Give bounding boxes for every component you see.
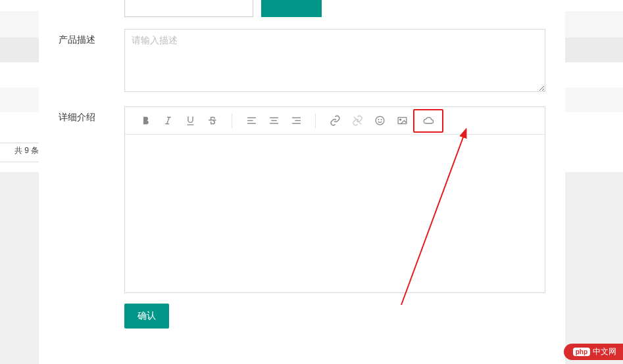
text-input[interactable]	[124, 0, 253, 17]
italic-icon[interactable]	[157, 110, 179, 131]
strikethrough-icon[interactable]	[201, 110, 224, 131]
underline-icon[interactable]	[179, 110, 201, 131]
bold-icon[interactable]	[134, 110, 157, 131]
watermark-prefix: php	[573, 348, 590, 356]
link-icon[interactable]	[324, 110, 346, 131]
align-left-icon[interactable]	[240, 110, 262, 131]
align-center-icon[interactable]	[262, 110, 285, 131]
cloud-icon[interactable]	[413, 109, 443, 133]
toolbar-separator	[315, 114, 316, 128]
upload-button[interactable]	[261, 0, 322, 17]
form-field-top	[124, 0, 545, 17]
detail-label: 详细介绍	[59, 106, 124, 124]
form-row-hidden-top	[59, 0, 545, 17]
watermark-badge: php 中文网	[564, 344, 623, 360]
toolbar-group-align	[235, 110, 312, 131]
modal-overlay: 产品描述 详细介绍	[0, 0, 623, 364]
image-icon[interactable]	[391, 110, 413, 131]
svg-point-11	[378, 120, 379, 120]
detail-field: 确认	[124, 106, 545, 329]
align-right-icon[interactable]	[285, 110, 307, 131]
toolbar-group-format	[129, 110, 229, 131]
watermark-text: 中文网	[593, 346, 616, 357]
smile-icon[interactable]	[368, 110, 391, 131]
form-row-description: 产品描述	[59, 29, 545, 95]
description-textarea[interactable]	[124, 29, 545, 92]
description-label: 产品描述	[59, 29, 124, 46]
toolbar-group-link	[318, 109, 449, 133]
confirm-button[interactable]: 确认	[124, 304, 169, 329]
record-count: 共 9 条	[14, 145, 39, 156]
form-row-detail: 详细介绍	[59, 106, 545, 329]
svg-point-10	[376, 116, 384, 125]
watermark: php 中文网	[564, 344, 623, 360]
editor-content-area[interactable]	[125, 135, 545, 292]
unlink-icon	[346, 110, 368, 131]
modal-dialog: 产品描述 详细介绍	[39, 0, 565, 364]
rich-text-editor	[124, 106, 545, 293]
toolbar-separator	[232, 114, 232, 128]
description-field	[124, 29, 545, 95]
svg-point-12	[381, 120, 382, 120]
svg-point-14	[399, 119, 401, 120]
editor-toolbar	[125, 107, 545, 135]
